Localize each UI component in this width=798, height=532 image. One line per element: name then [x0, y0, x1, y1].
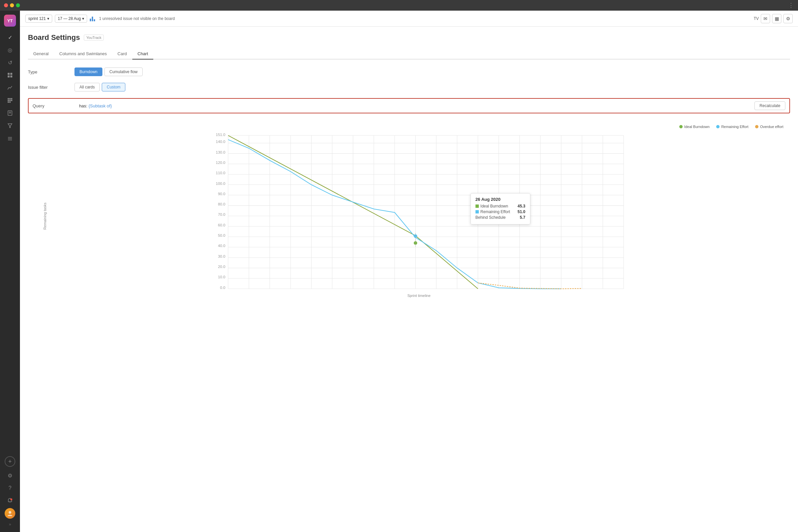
- sidebar-item-board[interactable]: [5, 70, 15, 80]
- svg-rect-11: [9, 101, 11, 103]
- minimize-button[interactable]: [10, 3, 14, 7]
- sprint-selector[interactable]: sprint 121 ▾: [25, 15, 52, 23]
- sidebar-item-layers[interactable]: [5, 133, 15, 144]
- close-button[interactable]: [4, 3, 8, 7]
- user-avatar[interactable]: [5, 508, 15, 519]
- svg-text:40.0: 40.0: [218, 244, 225, 248]
- svg-text:0.0: 0.0: [220, 286, 225, 290]
- svg-text:26 Aug 2020: 26 Aug 2020: [407, 291, 424, 292]
- svg-rect-7: [8, 100, 9, 101]
- svg-point-20: [10, 498, 12, 500]
- collapse-sidebar-icon[interactable]: »: [8, 521, 13, 528]
- window-chrome: ⋮: [0, 0, 798, 11]
- svg-rect-3: [10, 75, 12, 77]
- svg-text:30 Aug 2020: 30 Aug 2020: [490, 291, 508, 292]
- svg-rect-1: [10, 73, 12, 75]
- svg-text:24 Aug 2020: 24 Aug 2020: [365, 291, 383, 292]
- remaining-effort-label: Remaining Effort: [721, 125, 748, 129]
- sidebar-item-filter[interactable]: [5, 120, 15, 131]
- svg-rect-4: [8, 98, 9, 99]
- sidebar-item-history[interactable]: ↺: [5, 57, 15, 68]
- svg-rect-8: [9, 100, 11, 101]
- overdue-effort-dot: [755, 125, 758, 128]
- overdue-effort-line: [478, 283, 582, 289]
- tab-chart[interactable]: Chart: [132, 49, 154, 59]
- filter-control: All cards Custom: [75, 83, 125, 92]
- sprint-label: sprint 121: [28, 16, 46, 21]
- custom-button[interactable]: Custom: [102, 83, 125, 92]
- maximize-button[interactable]: [16, 3, 20, 7]
- chart-view-button[interactable]: ▦: [772, 14, 781, 23]
- settings-icon[interactable]: ⚙: [5, 470, 15, 481]
- svg-text:21 Aug 2020: 21 Aug 2020: [303, 291, 320, 292]
- remaining-effort-dot: [716, 125, 720, 128]
- notification-icon[interactable]: [5, 495, 15, 506]
- date-arrow-icon: ▾: [82, 16, 84, 21]
- ideal-color-swatch: [475, 205, 479, 208]
- query-tag: {Subtask of}: [89, 103, 112, 108]
- svg-text:100.0: 100.0: [216, 182, 225, 186]
- filter-label: Issue filter: [28, 83, 75, 90]
- ideal-burndown-dot: [679, 125, 683, 128]
- topbar: sprint 121 ▾ 17 — 28 Aug ▾ 1 unresolved …: [20, 11, 798, 26]
- cumulative-button[interactable]: Cumulative flow: [104, 68, 142, 76]
- help-icon[interactable]: ?: [5, 483, 15, 493]
- filter-setting: Issue filter All cards Custom: [28, 83, 790, 92]
- tooltip-remaining-val: 51.0: [517, 209, 525, 214]
- svg-text:50.0: 50.0: [218, 233, 225, 238]
- query-display[interactable]: has: {Subtask of}: [79, 103, 752, 108]
- sidebar-item-apps[interactable]: [5, 95, 15, 106]
- tv-label[interactable]: TV: [754, 16, 759, 21]
- settings-tabs: General Columns and Swimlanes Card Chart: [28, 49, 790, 59]
- x-grid: [228, 135, 624, 289]
- chart-mini-icon: [90, 16, 95, 21]
- app-logo[interactable]: YT: [4, 15, 16, 26]
- email-button[interactable]: ✉: [761, 14, 770, 23]
- svg-text:19 Aug 2020: 19 Aug 2020: [261, 291, 279, 292]
- type-label: Type: [28, 68, 75, 75]
- svg-rect-0: [8, 73, 10, 75]
- svg-text:151.0: 151.0: [216, 133, 225, 137]
- burndown-button[interactable]: Burndown: [75, 68, 102, 76]
- unresolved-text[interactable]: 1 unresolved issue not visible on the bo…: [99, 16, 174, 21]
- x-axis-title: Sprint timeline: [48, 293, 790, 298]
- tooltip-date: 26 Aug 2020: [475, 197, 525, 202]
- svg-text:20 Aug 2020: 20 Aug 2020: [282, 291, 300, 292]
- svg-marker-15: [8, 124, 12, 128]
- remaining-color-swatch: [475, 210, 479, 213]
- tab-general[interactable]: General: [28, 49, 54, 59]
- tooltip-row-behind: Behind Schedule 5.7: [475, 215, 525, 220]
- sidebar-item-chart[interactable]: [5, 82, 15, 93]
- legend-ideal: Ideal Burndown: [679, 125, 709, 129]
- svg-text:31 Aug 2020: 31 Aug 2020: [511, 291, 528, 292]
- query-label: Query: [33, 103, 79, 108]
- sidebar-item-book[interactable]: [5, 108, 15, 118]
- svg-rect-6: [11, 98, 12, 99]
- board-settings-button[interactable]: ⚙: [783, 14, 793, 23]
- tab-columns[interactable]: Columns and Swimlanes: [54, 49, 112, 59]
- svg-text:23 Aug 2020: 23 Aug 2020: [344, 291, 362, 292]
- date-label: 17 — 28 Aug: [58, 16, 81, 21]
- tab-card[interactable]: Card: [112, 49, 132, 59]
- page-header: Board Settings YouTrack: [28, 33, 790, 42]
- svg-text:140.0: 140.0: [216, 140, 225, 144]
- svg-rect-5: [9, 98, 11, 99]
- svg-text:28 Aug 2020: 28 Aug 2020: [448, 291, 466, 292]
- recalculate-button[interactable]: Recalculate: [755, 101, 785, 110]
- y-axis: 0.0 10.0 20.0 30.0 40.0 50.0 60.0 70.0 8…: [216, 133, 624, 289]
- svg-text:17 Aug 2020: 17 Aug 2020: [220, 291, 237, 292]
- add-button[interactable]: +: [5, 456, 15, 467]
- chart-section: Ideal Burndown Remaining Effort Overdue …: [28, 121, 790, 311]
- svg-text:25 Aug 2020: 25 Aug 2020: [386, 291, 404, 292]
- legend-overdue: Overdue effort: [755, 125, 783, 129]
- burndown-chart: 0.0 10.0 20.0 30.0 40.0 50.0 60.0 70.0 8…: [48, 133, 790, 292]
- all-cards-button[interactable]: All cards: [75, 83, 100, 92]
- sidebar-item-target[interactable]: ◎: [5, 44, 15, 55]
- date-selector[interactable]: 17 — 28 Aug ▾: [55, 15, 87, 23]
- svg-text:70.0: 70.0: [218, 212, 225, 216]
- tooltip-behind-val: 5.7: [520, 215, 525, 220]
- sidebar-item-check[interactable]: ✓: [5, 32, 15, 42]
- window-menu-icon[interactable]: ⋮: [788, 2, 794, 9]
- svg-rect-2: [8, 75, 10, 77]
- svg-text:10.0: 10.0: [218, 275, 225, 279]
